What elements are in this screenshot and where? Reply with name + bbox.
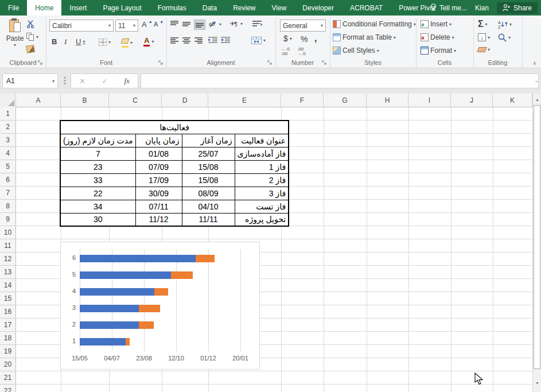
format-painter-button[interactable] [26,45,34,53]
column-header-C[interactable]: C [109,94,162,107]
autosum-button[interactable]: Σ▾ [478,19,488,29]
activity-value-cell[interactable]: 34 [60,200,135,213]
activity-value-cell[interactable]: 08/09 [182,187,235,200]
increase-decimal-button[interactable]: ←.0.00 [281,47,296,56]
tab-developer[interactable]: Developer [294,0,342,15]
cut-button[interactable] [26,20,35,28]
activity-value-cell[interactable]: 11/12 [135,213,182,226]
activity-name-cell[interactable]: فاز 1 [235,160,289,173]
shrink-font-button[interactable]: A▼ [154,21,164,28]
column-header-B[interactable]: B [61,94,109,107]
activity-name-cell[interactable]: تحویل پروژه [235,213,289,226]
row-header-2[interactable]: 2 [0,121,16,134]
wrap-text-button[interactable] [252,20,262,28]
currency-dropdown[interactable]: ▾ [290,36,292,41]
row-header-15[interactable]: 15 [0,292,16,305]
increase-indent-button[interactable] [221,37,230,44]
activity-value-cell[interactable]: 01/08 [135,147,182,160]
percent-button[interactable]: % [301,34,308,44]
tab-view[interactable]: View [264,0,295,15]
align-center-button[interactable] [182,37,190,44]
clipboard-dialog-launcher[interactable] [38,60,44,66]
scroll-down-button[interactable]: ▼ [534,378,541,388]
gantt-chart[interactable]: 15/0504/0723/0812/1001/1220/01123456 [60,242,260,370]
copy-button[interactable]: ▾ [26,33,38,41]
select-all-button[interactable] [0,94,16,107]
align-right-button[interactable] [194,37,203,44]
merge-center-button[interactable]: ▾ [251,37,266,44]
cancel-entry-button[interactable]: ✕ [79,77,85,86]
column-header-H[interactable]: H [367,94,408,107]
activity-value-cell[interactable]: 15/08 [182,173,235,187]
activity-name-cell[interactable]: فاز تست [235,200,289,213]
underline-button[interactable]: U▾ [76,37,85,46]
tab-page-layout[interactable]: Page Layout [95,0,149,15]
row-header-16[interactable]: 16 [0,305,16,319]
table-header-cell[interactable]: زمان پایان [135,134,182,147]
fill-dropdown[interactable]: ▾ [488,35,490,40]
row-header-19[interactable]: 19 [0,345,16,358]
row-header-18[interactable]: 18 [0,332,16,345]
activity-value-cell[interactable]: 04/10 [182,200,235,213]
delete-cells-button[interactable]: × Delete▾ [421,33,454,41]
activity-value-cell[interactable]: 30/09 [135,187,182,200]
name-box-dropdown[interactable]: ▾ [52,79,55,84]
font-name-select[interactable]: Calibri▾ [49,20,114,32]
clear-button[interactable]: ▾ [478,47,490,52]
tab-file[interactable]: File [0,0,27,15]
top-align-button[interactable] [170,21,178,28]
tab-home[interactable]: Home [27,0,61,15]
collapse-ribbon-button[interactable]: ∧ [532,60,536,66]
text-direction-dropdown[interactable]: ▾ [240,21,243,26]
bold-button[interactable]: B [52,37,57,46]
font-color-button[interactable]: A ▾ [143,36,154,46]
row-header-9[interactable]: 9 [0,213,16,226]
row-header-5[interactable]: 5 [0,160,16,173]
activity-value-cell[interactable]: 17/09 [135,173,182,187]
row-header-3[interactable]: 3 [0,134,16,147]
formula-input[interactable] [141,73,539,88]
column-header-K[interactable]: K [493,94,532,107]
table-title-cell[interactable]: فعالیت‌ها [60,121,289,134]
row-header-1[interactable]: 1 [0,107,16,121]
merge-center-dropdown[interactable]: ▾ [263,38,266,43]
row-header-12[interactable]: 12 [0,253,16,266]
confirm-entry-button[interactable]: ✓ [102,77,108,86]
clear-dropdown[interactable]: ▾ [488,47,490,52]
table-header-cell[interactable]: عنوان فعالیت [235,134,289,147]
row-header-10[interactable]: 10 [0,226,16,239]
column-header-D[interactable]: D [162,94,208,107]
number-dialog-launcher[interactable] [322,60,328,66]
tab-acrobat[interactable]: ACROBAT [342,0,391,15]
row-header-7[interactable]: 7 [0,187,16,200]
column-header-A[interactable]: A [16,94,61,107]
decrease-indent-button[interactable] [208,37,217,44]
column-header-J[interactable]: J [451,94,493,107]
number-format-select[interactable]: General▾ [280,20,326,32]
orientation-dropdown[interactable]: ▾ [219,22,221,27]
activity-value-cell[interactable]: 7 [60,147,135,160]
share-button[interactable]: Share [497,2,538,14]
conditional-formatting-button[interactable]: Conditional Formatting▾ [333,20,416,28]
activity-value-cell[interactable]: 22 [60,187,135,200]
fill-button[interactable]: ↓▾ [478,33,490,41]
align-left-button[interactable] [170,37,178,44]
activity-value-cell[interactable]: 07/09 [135,160,182,173]
alignment-dialog-launcher[interactable] [267,60,273,66]
row-header-17[interactable]: 17 [0,319,16,332]
activity-value-cell[interactable]: 30 [60,213,135,226]
activity-value-cell[interactable]: 33 [60,173,135,187]
underline-dropdown[interactable]: ▾ [83,39,85,44]
borders-dropdown[interactable]: ▾ [108,40,111,45]
column-header-E[interactable]: E [208,94,281,107]
tab-data[interactable]: Data [194,0,225,15]
activity-name-cell[interactable]: فاز 2 [235,173,289,187]
insert-function-button[interactable]: fx [124,76,129,86]
table-header-cell[interactable]: مدت زمان لازم (روز) [60,134,135,147]
row-header-21[interactable]: 21 [0,371,16,385]
table-header-cell[interactable]: زمان آغاز [182,134,235,147]
row-header-11[interactable]: 11 [0,239,16,253]
column-header-I[interactable]: I [408,94,451,107]
text-direction-button[interactable]: ¶ ▾ [229,20,243,28]
tab-review[interactable]: Review [225,0,263,15]
